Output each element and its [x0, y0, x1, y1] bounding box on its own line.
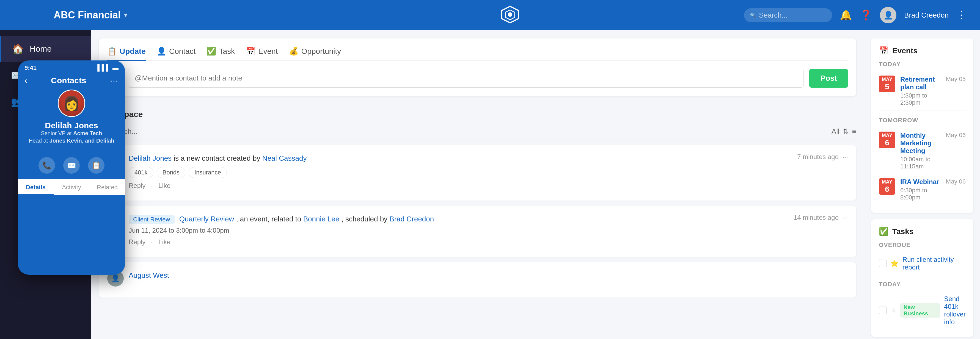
more-options-icon[interactable]: ⋮ [956, 10, 966, 21]
event-date-label: May 05 [946, 76, 966, 83]
brand-dropdown-icon[interactable]: ▾ [124, 11, 127, 19]
event-time: 1:30pm to 2:30pm [900, 92, 941, 106]
search-input[interactable] [759, 11, 826, 19]
event-name-ira[interactable]: IRA Webinar [900, 178, 941, 186]
contact-tab-label: Contact [169, 47, 196, 56]
tab-update[interactable]: 📋 Update [107, 47, 146, 61]
feed-more-icon[interactable]: ··· [843, 153, 848, 161]
workspace-search-input[interactable] [109, 127, 827, 136]
tag-bonds: Bonds [157, 167, 185, 178]
help-icon[interactable]: ❓ [860, 10, 872, 21]
phone-status-bar: 9:41 ▌▌▌ ▬ [18, 60, 125, 73]
task-label-overdue[interactable]: Run client activity report [902, 256, 966, 271]
tab-task[interactable]: ✅ Task [207, 47, 235, 61]
event-date-box: MAY 6 [879, 131, 895, 148]
events-card-title: 📅 Events [879, 46, 966, 55]
search-icon: 🔍 [750, 13, 756, 18]
tab-opportunity[interactable]: 💰 Opportunity [289, 47, 341, 61]
feed-scheduler-link[interactable]: Brad Creedon [389, 215, 434, 223]
contact-company: Acme Tech [73, 130, 102, 136]
sidebar-item-home[interactable]: 🏠 Home [0, 36, 91, 62]
event-tab-icon: 📅 [246, 47, 255, 56]
event-badge: Client Review [129, 215, 175, 224]
phone-tab-activity[interactable]: Activity [54, 179, 89, 195]
compose-input[interactable] [128, 69, 804, 88]
phone-contact-org: Head at Jones Kevin, and Delilah [23, 138, 119, 144]
feed-time: 7 minutes ago [797, 153, 838, 161]
phone-call-button[interactable]: 📞 [38, 157, 55, 174]
phone-header: ‹ Contacts ··· [18, 73, 125, 90]
notification-bell-icon[interactable]: 🔔 [840, 10, 852, 21]
like-action[interactable]: Like [158, 182, 170, 190]
compose-row: 👤 Post [107, 69, 848, 88]
phone-more-button[interactable]: ··· [110, 76, 119, 85]
feed-actor-partial-link[interactable]: August West [129, 271, 169, 279]
event-time-marketing: 10:00am to 11:15am [900, 156, 941, 170]
post-button[interactable]: Post [809, 69, 848, 88]
event-name-marketing[interactable]: Monthly Marketing Meeting [900, 131, 941, 155]
phone-header-title: Contacts [51, 76, 86, 85]
feed-text: Client Review Quarterly Review , an even… [129, 214, 789, 225]
event-name[interactable]: Retirement plan call [900, 76, 941, 91]
like-action[interactable]: Like [158, 238, 170, 246]
event-time-ira: 6:30pm to 8:00pm [900, 187, 941, 201]
filter-sort-icon: ⇅ [843, 127, 849, 136]
reply-action[interactable]: Reply [129, 182, 145, 190]
task-tab-icon: ✅ [207, 47, 216, 56]
tasks-card-title: ✅ Tasks [879, 227, 966, 236]
tab-contact[interactable]: 👤 Contact [157, 47, 196, 61]
feed-content: Client Review Quarterly Review , an even… [129, 214, 789, 246]
brand-logo[interactable]: ABC Financial ▾ [54, 10, 127, 21]
phone-tab-related[interactable]: Related [89, 179, 125, 195]
phone-contact-name: Delilah Jones [45, 121, 98, 130]
feed-more-icon[interactable]: ··· [843, 214, 848, 222]
section-separator [879, 112, 966, 113]
nav-right: 🔍 🔔 ❓ 👤 Brad Creedon ⋮ [744, 7, 966, 23]
tab-event[interactable]: 📅 Event [246, 47, 278, 61]
task-row-overdue: ⭐ Run client activity report [879, 252, 966, 274]
feed-actor-link[interactable]: Delilah Jones [129, 154, 172, 162]
user-avatar[interactable]: 👤 [880, 7, 896, 23]
feed-event-link[interactable]: Quarterly Review [179, 215, 234, 223]
feed-action-text: is a new contact created by [173, 154, 262, 162]
feed-action-text: , an event, related to [236, 215, 303, 223]
battery-icon: ▬ [113, 64, 119, 71]
feed-item: 📅 Client Review Quarterly Review , an ev… [99, 206, 856, 257]
event-date-box: MAY 6 [879, 178, 895, 195]
filter-controls[interactable]: All ⇅ ≡ [832, 127, 856, 136]
tag-401k: 401k [129, 167, 153, 178]
event-row: MAY 6 IRA Webinar 6:30pm to 8:00pm May 0… [879, 174, 966, 205]
update-tab-icon: 📋 [107, 47, 117, 56]
top-navbar: ABC Financial ▾ 🔍 🔔 ❓ 👤 Brad Creedon ⋮ [40, 0, 980, 30]
main-content: 📋 Update 👤 Contact ✅ Task 📅 Event 💰 Oppo… [91, 30, 864, 339]
task-checkbox-today[interactable] [879, 307, 886, 314]
feed-meta: 7 minutes ago ··· [797, 153, 848, 161]
phone-tab-details[interactable]: Details [18, 179, 54, 195]
reply-action[interactable]: Reply [129, 238, 145, 246]
opportunity-tab-label: Opportunity [301, 47, 341, 56]
event-day: 5 [885, 82, 889, 91]
tasks-card: ✅ Tasks OVERDUE ⭐ Run client activity re… [871, 219, 974, 337]
event-tab-label: Event [258, 47, 278, 56]
filter-list-icon: ≡ [852, 127, 856, 136]
feed-tags: 401k Bonds Insurance [129, 167, 792, 178]
phone-copy-button[interactable]: 📋 [88, 157, 105, 174]
phone-time: 9:41 [24, 64, 37, 71]
separator: · [151, 182, 153, 190]
phone-email-button[interactable]: ✉️ [63, 157, 80, 174]
phone-actions-row: 📞 ✉️ 📋 [18, 152, 125, 179]
feed-target-link[interactable]: Neal Cassady [262, 154, 307, 162]
search-bar[interactable]: 🔍 [744, 8, 832, 22]
task-star-icon-today: ☆ [890, 307, 896, 314]
phone-back-button[interactable]: ‹ [24, 76, 27, 85]
sidebar-item-home-label: Home [30, 44, 52, 54]
feed-related-link[interactable]: Bonnie Lee [303, 215, 340, 223]
task-label-today[interactable]: Send 401k rollover info [944, 295, 966, 326]
event-day: 6 [885, 185, 889, 194]
feed-item-header: 👤 August West [107, 270, 848, 287]
tasks-title-label: Tasks [892, 227, 913, 236]
task-checkbox[interactable] [879, 260, 886, 267]
right-panel: 📅 Events TODAY MAY 5 Retirement plan cal… [864, 30, 980, 339]
today-label: TODAY [879, 61, 966, 68]
overdue-label: OVERDUE [879, 241, 966, 249]
